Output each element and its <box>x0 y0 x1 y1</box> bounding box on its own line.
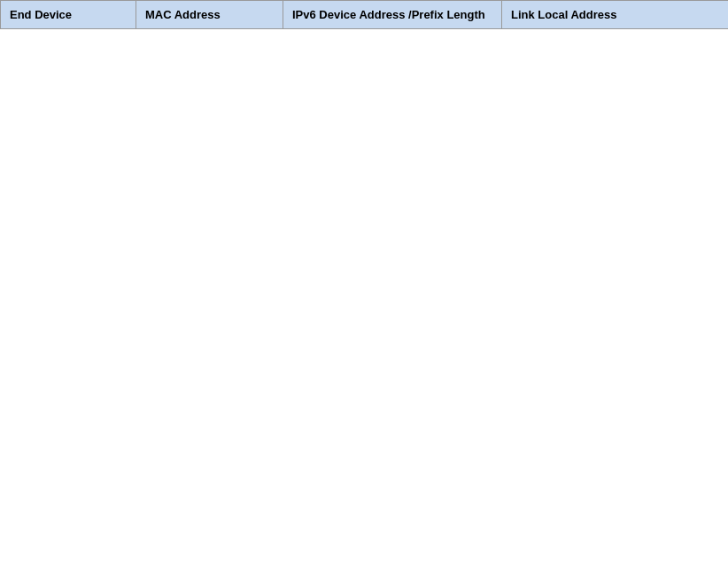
header-end-device: End Device <box>1 1 136 29</box>
header-ipv6-address: IPv6 Device Address /Prefix Length <box>283 1 502 29</box>
header-mac-address: MAC Address <box>136 1 283 29</box>
network-table: End Device MAC Address IPv6 Device Addre… <box>0 0 728 29</box>
header-link-local: Link Local Address <box>502 1 729 29</box>
table-header-row: End Device MAC Address IPv6 Device Addre… <box>1 1 729 29</box>
